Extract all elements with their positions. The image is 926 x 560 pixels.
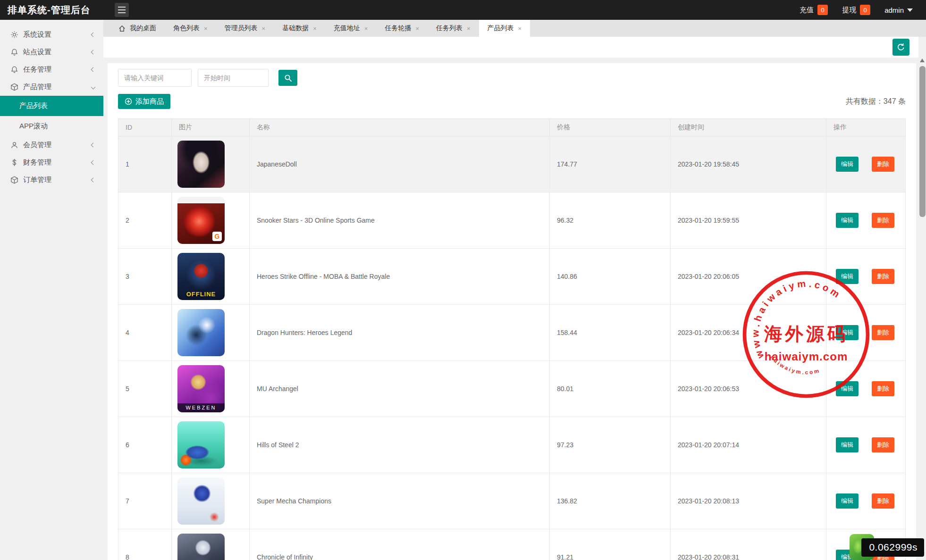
vertical-scrollbar: [918, 37, 926, 560]
hamburger-menu-icon[interactable]: [115, 3, 129, 17]
product-image: [177, 141, 225, 188]
chevron-left-icon: [91, 178, 96, 183]
scroll-up-arrow-icon[interactable]: [920, 59, 925, 62]
cell-created: 2023-01-20 20:06:34: [671, 305, 826, 361]
chevron-down-icon: [907, 8, 913, 12]
sidebar-item-product-management[interactable]: 产品管理: [0, 78, 103, 96]
tab-role-list[interactable]: 角色列表×: [165, 20, 216, 37]
close-icon[interactable]: ×: [467, 25, 471, 32]
cell-actions: 编辑 删除: [826, 136, 906, 192]
scrollbar-thumb[interactable]: [919, 66, 926, 217]
cube-icon: [10, 83, 18, 91]
product-image: [177, 309, 225, 356]
product-image-text: OFFLINE: [177, 291, 225, 298]
refresh-icon: [897, 43, 905, 51]
cell-id: 4: [118, 305, 172, 361]
close-icon[interactable]: ×: [518, 25, 522, 32]
edit-button[interactable]: 编辑: [836, 213, 859, 228]
add-product-label: 添加商品: [135, 97, 164, 106]
sidebar-item-label: 产品管理: [23, 83, 51, 92]
plus-circle-icon: [125, 98, 132, 105]
close-icon[interactable]: ×: [415, 25, 419, 32]
recharge-indicator[interactable]: 充值 0: [800, 5, 828, 15]
cell-created: 2023-01-20 19:58:45: [671, 136, 826, 192]
delete-button[interactable]: 删除: [872, 157, 894, 172]
sidebar-item-product-list[interactable]: 产品列表: [0, 96, 103, 116]
close-icon[interactable]: ×: [204, 25, 208, 32]
edit-button[interactable]: 编辑: [836, 269, 859, 284]
tab-task-list[interactable]: 任务列表×: [428, 20, 479, 37]
user-dropdown[interactable]: admin: [884, 6, 913, 14]
cell-created: 2023-01-20 20:06:53: [671, 361, 826, 417]
start-date-input[interactable]: [198, 69, 269, 87]
sidebar-item-order-management[interactable]: 订单管理: [0, 171, 103, 189]
chevron-left-icon: [91, 67, 96, 72]
table-row: 1 JapaneseDoll 174.77 2023-01-20 19:58: [118, 136, 906, 192]
edit-button[interactable]: 编辑: [836, 437, 859, 452]
col-header-id: ID: [118, 119, 172, 136]
recharge-label: 充值: [800, 6, 814, 15]
tab-label: 产品列表: [488, 24, 514, 33]
sidebar-item-label: 站点设置: [23, 48, 51, 57]
close-icon[interactable]: ×: [313, 25, 317, 32]
sidebar-item-label: 会员管理: [23, 141, 51, 150]
delete-button[interactable]: 删除: [872, 325, 894, 340]
sidebar-item-label: 订单管理: [23, 176, 51, 184]
tab-my-desktop[interactable]: 我的桌面: [110, 20, 165, 37]
total-count: 共有数据：347 条: [846, 97, 906, 107]
tab-product-list[interactable]: 产品列表×: [479, 20, 530, 37]
cell-created: 2023-01-20 20:08:13: [671, 473, 826, 529]
sidebar-item-member-management[interactable]: 会员管理: [0, 136, 103, 154]
cell-created: 2023-01-20 20:06:05: [671, 249, 826, 305]
sidebar-item-finance-management[interactable]: 财务管理: [0, 154, 103, 171]
tab-task-carousel[interactable]: 任务轮播×: [376, 20, 428, 37]
cell-name: Chronicle of Infinity: [250, 529, 550, 560]
chevron-left-icon: [91, 50, 96, 55]
add-product-button[interactable]: 添加商品: [118, 94, 170, 109]
edit-button[interactable]: 编辑: [836, 157, 859, 172]
product-image: OFFLINE: [177, 253, 225, 300]
tab-label: 充值地址: [334, 24, 360, 33]
tab-admin-list[interactable]: 管理员列表×: [216, 20, 274, 37]
close-icon[interactable]: ×: [262, 25, 266, 32]
cell-actions: 编辑 删除: [826, 417, 906, 473]
sidebar-item-app-scroll[interactable]: APP滚动: [0, 116, 103, 136]
admin-app: 排单系统-管理后台 充值 0 提现 0 admin 系统设置: [0, 0, 926, 560]
delete-button[interactable]: 删除: [872, 269, 894, 284]
refresh-button[interactable]: [892, 39, 909, 56]
cell-price: 158.44: [550, 305, 671, 361]
cell-actions: 编辑 删除: [826, 192, 906, 249]
gear-icon: [10, 31, 18, 39]
dollar-icon: [10, 159, 18, 167]
cell-actions: 编辑 删除: [826, 361, 906, 417]
cell-image: [172, 417, 250, 473]
keyword-input[interactable]: [118, 69, 192, 87]
tab-label: 任务列表: [436, 24, 463, 33]
chevron-left-icon: [91, 143, 96, 148]
col-header-image: 图片: [172, 119, 250, 136]
sidebar-item-site-settings[interactable]: 站点设置: [0, 43, 103, 61]
delete-button[interactable]: 删除: [872, 213, 894, 228]
tab-basic-data[interactable]: 基础数据×: [274, 20, 325, 37]
delete-button[interactable]: 删除: [872, 493, 894, 509]
edit-button[interactable]: 编辑: [836, 325, 859, 340]
bell-icon: [10, 66, 18, 74]
table-row: 6 Hills of Steel 2 97.23 2023-01-20 20: [118, 417, 906, 473]
withdraw-indicator[interactable]: 提现 0: [842, 5, 870, 15]
search-button[interactable]: [278, 70, 297, 86]
edit-button[interactable]: 编辑: [836, 493, 859, 509]
cell-price: 174.77: [550, 136, 671, 192]
product-image: G: [177, 197, 225, 244]
tab-label: 我的桌面: [130, 24, 156, 33]
sidebar-item-system-settings[interactable]: 系统设置: [0, 26, 103, 43]
sidebar-item-task-management[interactable]: 任务管理: [0, 61, 103, 78]
cell-name: JapaneseDoll: [250, 136, 550, 192]
delete-button[interactable]: 删除: [872, 437, 894, 452]
tab-recharge-address[interactable]: 充值地址×: [325, 20, 377, 37]
table-row: 4 Dragon Hunters: Heroes Legend 158.44: [118, 305, 906, 361]
cell-price: 80.01: [550, 361, 671, 417]
sidebar-item-label: 系统设置: [23, 30, 51, 39]
edit-button[interactable]: 编辑: [836, 381, 859, 396]
close-icon[interactable]: ×: [364, 25, 368, 32]
delete-button[interactable]: 删除: [872, 381, 894, 396]
